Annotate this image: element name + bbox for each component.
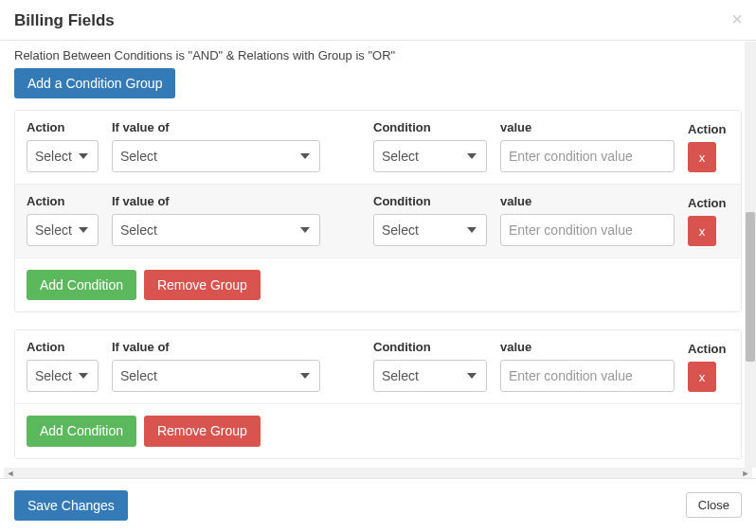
label-ifvalue: If value of [112, 194, 320, 208]
add-condition-group-button[interactable]: Add a Condition Group [14, 68, 175, 98]
modal-footer: Save Changes Close [0, 478, 756, 532]
col-ifvalue: If value of Select [112, 194, 320, 246]
remove-group-button[interactable]: Remove Group [144, 270, 261, 300]
condition-select[interactable]: Select [373, 214, 487, 246]
col-delete: Action x [688, 196, 729, 246]
col-condition: Condition Select [373, 340, 487, 392]
scroll-left-icon[interactable]: ◄ [6, 469, 15, 478]
ifvalue-select[interactable]: Select [112, 214, 320, 246]
col-value: value [500, 120, 675, 172]
remove-group-button[interactable]: Remove Group [144, 416, 261, 446]
label-ifvalue: If value of [112, 340, 320, 354]
condition-row: Action Select If value of Select Conditi… [15, 185, 741, 258]
modal-title: Billing Fields [14, 11, 742, 30]
condition-row: Action Select If value of Select Conditi… [15, 111, 741, 185]
label-value: value [500, 194, 675, 208]
delete-row-button[interactable]: x [688, 142, 716, 172]
add-condition-button[interactable]: Add Condition [27, 416, 136, 446]
close-icon[interactable]: × [731, 9, 743, 28]
condition-row: Action Select If value of Select Conditi… [15, 330, 741, 404]
value-input[interactable] [500, 140, 675, 172]
label-condition: Condition [373, 194, 487, 208]
delete-row-button[interactable]: x [688, 216, 716, 246]
add-condition-button[interactable]: Add Condition [27, 270, 136, 300]
label-value: value [500, 340, 675, 354]
label-ifvalue: If value of [112, 120, 320, 134]
label-value: value [500, 120, 675, 134]
value-input[interactable] [500, 360, 675, 392]
col-condition: Condition Select [373, 120, 487, 172]
condition-select[interactable]: Select [373, 140, 487, 172]
label-condition: Condition [373, 120, 487, 134]
col-condition: Condition Select [373, 194, 487, 246]
col-value: value [500, 194, 675, 246]
delete-row-button[interactable]: x [688, 362, 716, 392]
col-action: Action Select [27, 340, 99, 392]
group-actions: Add Condition Remove Group [15, 404, 741, 457]
label-action-btn: Action [688, 122, 726, 136]
vertical-scrollbar[interactable] [745, 42, 756, 468]
scrollbar-thumb[interactable] [746, 212, 755, 362]
action-select[interactable]: Select [27, 360, 99, 392]
value-input[interactable] [500, 214, 675, 246]
action-select[interactable]: Select [27, 214, 99, 246]
label-condition: Condition [373, 340, 487, 354]
label-action: Action [27, 340, 99, 354]
close-button[interactable]: Close [686, 492, 742, 518]
condition-group: Action Select If value of Select Conditi… [14, 329, 742, 458]
label-action-btn: Action [688, 342, 726, 356]
col-ifvalue: If value of Select [112, 120, 320, 172]
col-delete: Action x [688, 122, 729, 172]
condition-select[interactable]: Select [373, 360, 487, 392]
scroll-right-icon[interactable]: ► [741, 469, 750, 478]
ifvalue-select[interactable]: Select [112, 140, 320, 172]
group-actions: Add Condition Remove Group [15, 258, 741, 311]
col-action: Action Select [27, 194, 99, 246]
col-value: value [500, 340, 675, 392]
add-group-wrap: Add a Condition Group [14, 68, 742, 98]
col-action: Action Select [27, 120, 99, 172]
col-delete: Action x [688, 342, 729, 392]
label-action: Action [27, 194, 99, 208]
col-ifvalue: If value of Select [112, 340, 320, 392]
save-changes-button[interactable]: Save Changes [14, 490, 128, 521]
condition-group: Action Select If value of Select Conditi… [14, 110, 742, 312]
relation-description: Relation Between Conditions is "AND" & R… [14, 48, 742, 62]
label-action: Action [27, 120, 99, 134]
action-select[interactable]: Select [27, 140, 99, 172]
ifvalue-select[interactable]: Select [112, 360, 320, 392]
modal-body: Relation Between Conditions is "AND" & R… [0, 41, 756, 476]
modal-header: Billing Fields × [0, 0, 756, 41]
label-action-btn: Action [688, 196, 726, 210]
